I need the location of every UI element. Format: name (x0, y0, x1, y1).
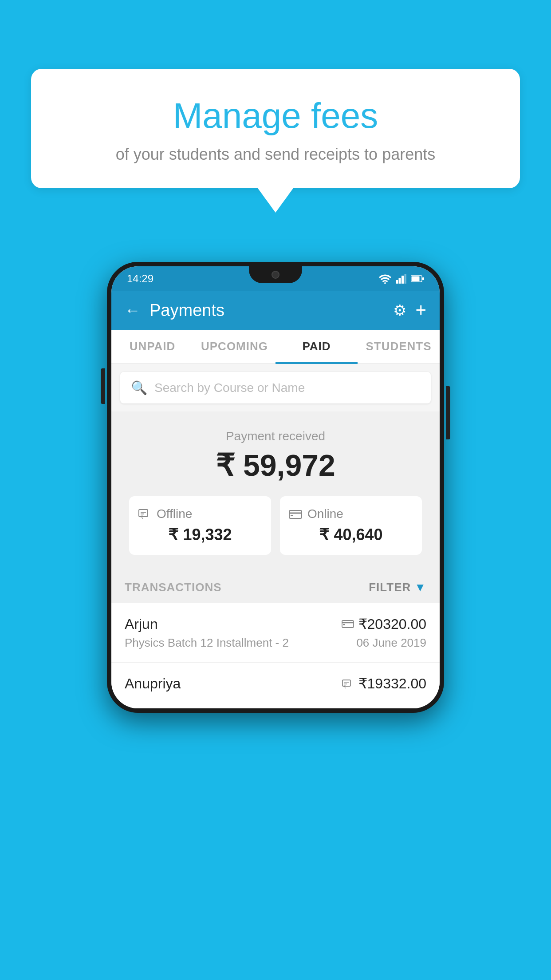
svg-text:₹: ₹ (140, 514, 144, 520)
notch (249, 266, 302, 283)
offline-icon: ₹ (138, 508, 151, 520)
filter-button[interactable]: FILTER ▼ (369, 581, 426, 594)
svg-rect-17 (343, 624, 345, 625)
filter-label: FILTER (369, 581, 411, 594)
transaction-name: Anupriya (125, 676, 181, 692)
online-payment-card: Online ₹ 40,640 (280, 496, 422, 555)
tabs-bar: UNPAID UPCOMING PAID STUDENTS (111, 330, 440, 364)
svg-rect-7 (422, 277, 424, 280)
svg-text:₹: ₹ (343, 684, 346, 688)
speech-bubble: Manage fees of your students and send re… (31, 69, 520, 188)
status-icons (379, 274, 424, 284)
payment-summary: Payment received ₹ 59,972 ₹ (111, 411, 440, 568)
svg-rect-4 (405, 274, 407, 284)
header-title: Payments (150, 301, 384, 320)
wifi-icon (379, 274, 391, 284)
transaction-top-row: Anupriya ₹ ₹19332.00 (125, 675, 426, 692)
tab-students[interactable]: STUDENTS (358, 330, 440, 363)
search-input-wrapper[interactable]: 🔍 Search by Course or Name (120, 372, 431, 403)
payment-mode-icon (342, 620, 354, 628)
battery-icon (411, 275, 424, 283)
payment-mode-icon: ₹ (342, 679, 354, 688)
phone-frame: 14:29 (107, 262, 444, 713)
svg-point-0 (384, 282, 386, 284)
offline-payment-card: ₹ Offline ₹ 19,332 (129, 496, 271, 555)
transactions-header: TRANSACTIONS FILTER ▼ (111, 568, 440, 603)
payment-received-label: Payment received (125, 429, 426, 443)
transaction-amount-wrapper: ₹ ₹19332.00 (342, 675, 426, 692)
transaction-list: Arjun ₹20320.00 Physics Batch (111, 603, 440, 708)
phone-device: 14:29 (107, 262, 444, 713)
offline-label: Offline (157, 507, 192, 521)
transaction-name: Arjun (125, 616, 158, 632)
transaction-amount-wrapper: ₹20320.00 (342, 616, 426, 632)
payment-cards: ₹ Offline ₹ 19,332 (129, 496, 422, 555)
camera (272, 271, 279, 279)
table-row: Arjun ₹20320.00 Physics Batch (111, 603, 440, 663)
filter-icon: ▼ (414, 581, 426, 594)
payment-total-amount: ₹ 59,972 (125, 448, 426, 483)
phone-screen: 14:29 (111, 266, 440, 708)
search-icon: 🔍 (131, 380, 147, 395)
transactions-label: TRANSACTIONS (125, 581, 222, 594)
svg-rect-1 (396, 280, 398, 284)
online-label: Online (307, 507, 343, 521)
online-amount: ₹ 40,640 (289, 526, 413, 544)
search-container: 🔍 Search by Course or Name (111, 364, 440, 411)
svg-rect-6 (412, 276, 420, 281)
speech-bubble-arrow (258, 188, 293, 213)
tab-paid[interactable]: PAID (276, 330, 358, 363)
offline-card-top: ₹ Offline (138, 507, 262, 521)
signal-icon (396, 274, 406, 284)
transaction-amount: ₹20320.00 (358, 616, 426, 632)
online-card-top: Online (289, 507, 413, 521)
speech-bubble-title: Manage fees (58, 95, 493, 136)
tab-unpaid[interactable]: UNPAID (111, 330, 193, 363)
settings-icon[interactable]: ⚙ (393, 301, 406, 319)
svg-rect-2 (399, 278, 401, 284)
status-bar: 14:29 (111, 266, 440, 291)
svg-rect-3 (401, 276, 404, 284)
search-placeholder: Search by Course or Name (154, 381, 305, 395)
add-icon[interactable]: + (415, 300, 426, 321)
svg-rect-12 (289, 510, 302, 518)
speech-bubble-container: Manage fees of your students and send re… (31, 69, 520, 213)
svg-rect-14 (291, 515, 293, 516)
header-actions: ⚙ + (393, 300, 426, 321)
transaction-date: 06 June 2019 (356, 636, 426, 650)
transaction-course: Physics Batch 12 Installment - 2 (125, 636, 289, 650)
back-button[interactable]: ← (125, 301, 141, 320)
transaction-amount: ₹19332.00 (358, 675, 426, 692)
speech-bubble-subtitle: of your students and send receipts to pa… (58, 145, 493, 164)
online-icon (289, 509, 302, 519)
transaction-top-row: Arjun ₹20320.00 (125, 616, 426, 632)
transaction-bottom-row: Physics Batch 12 Installment - 2 06 June… (125, 636, 426, 650)
tab-upcoming[interactable]: UPCOMING (193, 330, 276, 363)
offline-amount: ₹ 19,332 (138, 526, 262, 544)
app-header: ← Payments ⚙ + (111, 291, 440, 330)
table-row: Anupriya ₹ ₹19332.00 (111, 663, 440, 708)
status-time: 14:29 (127, 273, 153, 285)
